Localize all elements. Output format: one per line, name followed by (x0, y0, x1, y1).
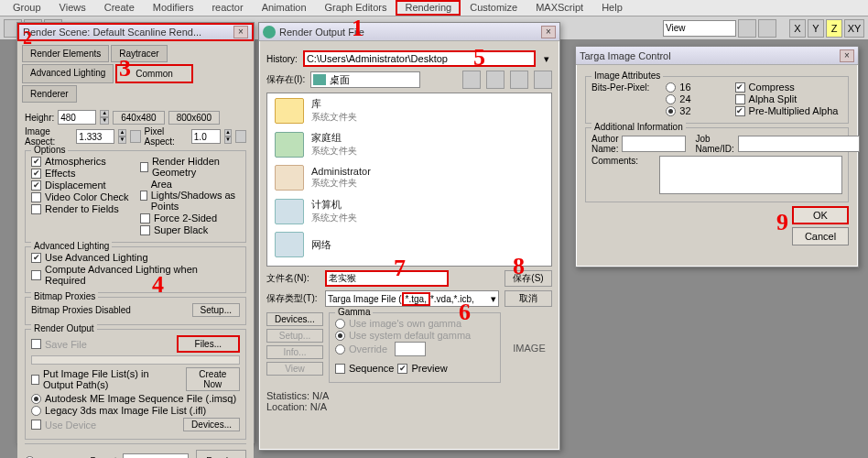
axis-y[interactable]: Y (808, 19, 824, 38)
menu-rendering[interactable]: Rendering (396, 0, 461, 16)
atmospherics-checkbox[interactable]: Atmospherics (31, 156, 131, 167)
tab-renderer[interactable]: Renderer (22, 85, 77, 103)
advanced-lighting-group: Advanced Lighting Use Advanced Lighting … (25, 246, 246, 293)
job-name-input[interactable] (738, 136, 860, 152)
render-hidden-checkbox[interactable]: Render Hidden Geometry (140, 156, 240, 178)
menu-create[interactable]: Create (95, 0, 144, 16)
render-button[interactable]: Render (196, 450, 246, 458)
image-aspect-label: Image Aspect: (25, 126, 72, 147)
close-icon[interactable]: × (233, 26, 248, 38)
folder-homegroup[interactable]: 家庭组系统文件夹 (267, 127, 551, 161)
render-to-fields-checkbox[interactable]: Render to Fields (31, 203, 131, 214)
nav-new-folder-icon[interactable] (510, 71, 528, 89)
render-file-titlebar[interactable]: Render Output File × (259, 23, 559, 41)
pre-mult-alpha-checkbox[interactable]: Pre-Multiplied Alpha (735, 105, 839, 116)
res-640x480-button[interactable]: 640x480 (113, 111, 164, 125)
force-2sided-checkbox[interactable]: Force 2-Sided (140, 213, 240, 224)
bpp-24-radio[interactable]: 24 (666, 93, 690, 104)
ok-button[interactable]: OK (792, 206, 849, 224)
lock-icon[interactable] (130, 130, 141, 143)
folder-computer[interactable]: 计算机系统文件夹 (267, 194, 551, 228)
height-spinner[interactable]: ▲▼ (100, 110, 109, 125)
image-aspect-spinner[interactable]: ▲▼ (118, 129, 125, 144)
menu-views[interactable]: Views (50, 0, 95, 16)
res-800x600-button[interactable]: 800x600 (168, 111, 220, 125)
pixel-aspect-spinner[interactable]: ▲▼ (224, 129, 232, 144)
cancel-button[interactable]: 取消 (505, 290, 552, 307)
tab-adv-lighting[interactable]: Advanced Lighting (22, 64, 114, 83)
comments-input[interactable] (659, 156, 842, 194)
menu-modifiers[interactable]: Modifiers (144, 0, 203, 16)
axis-x[interactable]: X (789, 19, 806, 38)
savein-dropdown[interactable]: 桌面 (310, 71, 420, 88)
effects-checkbox[interactable]: Effects (31, 168, 131, 179)
tab-raytracer[interactable]: Raytracer (111, 45, 167, 62)
folder-libraries[interactable]: 库系统文件夹 (267, 93, 551, 127)
preset-dropdown[interactable]: -------------- (123, 453, 189, 459)
filename-input[interactable] (325, 270, 449, 287)
use-adv-lighting-checkbox[interactable]: Use Advanced Lighting (31, 252, 240, 263)
devices-button[interactable]: Devices... (183, 418, 240, 431)
author-name-input[interactable] (622, 136, 686, 152)
menu-reactor[interactable]: reactor (202, 0, 252, 16)
compress-checkbox[interactable]: Compress (735, 82, 839, 93)
close-icon[interactable]: × (541, 26, 556, 38)
menu-group[interactable]: Group (4, 0, 50, 16)
menu-maxscript[interactable]: MAXScript (526, 0, 592, 16)
axis-z[interactable]: Z (826, 19, 842, 38)
gamma-system-radio: Use system default gamma (335, 330, 494, 341)
alpha-split-checkbox[interactable]: Alpha Split (735, 93, 839, 104)
chevron-down-icon[interactable]: ▾ (541, 53, 552, 65)
menu-customize[interactable]: Customize (461, 0, 526, 16)
bpp-16-radio[interactable]: 16 (666, 82, 690, 93)
use-device-checkbox[interactable]: Use Device (31, 420, 96, 431)
video-color-check-checkbox[interactable]: Video Color Check (31, 191, 131, 202)
image-attributes-group: Image Attributes Bits-Per-Pixel: 16 24 3… (585, 76, 849, 124)
autodesk-me-radio[interactable]: Autodesk ME Image Sequence File (.imsq) (31, 393, 240, 404)
files-button[interactable]: Files... (177, 335, 240, 353)
create-now-button[interactable]: Create Now (186, 367, 240, 391)
menu-help[interactable]: Help (592, 0, 632, 16)
legacy-ifl-radio[interactable]: Legacy 3ds max Image File List (.ifl) (31, 405, 240, 416)
render-scene-titlebar[interactable]: Render Scene: Default Scanline Rend... × (17, 23, 254, 41)
nav-view-icon[interactable] (534, 71, 552, 89)
targa-titlebar[interactable]: Targa Image Control × (576, 47, 858, 65)
cancel-button[interactable]: Cancel (792, 227, 849, 245)
lock-icon[interactable] (235, 130, 246, 143)
displacement-checkbox[interactable]: Displacement (31, 180, 131, 191)
devices-button[interactable]: Devices... (266, 312, 323, 326)
pixel-aspect-input[interactable] (191, 129, 221, 144)
filetype-dropdown[interactable]: Targa Image File (*.tga,*.vda,*.icb,▾ (325, 290, 499, 307)
view-dropdown[interactable]: View (663, 20, 736, 37)
app-icon (263, 26, 276, 38)
nav-back-icon[interactable] (462, 71, 481, 89)
super-black-checkbox[interactable]: Super Black (140, 224, 240, 235)
preview-checkbox[interactable]: Preview (397, 363, 447, 374)
axis-xy[interactable]: XY (844, 19, 864, 38)
nav-up-icon[interactable] (486, 71, 505, 89)
save-button[interactable]: 保存(S) (505, 270, 552, 287)
sequence-checkbox[interactable]: Sequence (335, 363, 395, 374)
bpp-32-radio[interactable]: 32 (666, 105, 690, 116)
area-lights-checkbox[interactable]: Area Lights/Shadows as Points (140, 179, 240, 212)
statistics-text: Statistics: N/A (266, 390, 552, 401)
height-input[interactable] (58, 110, 96, 125)
setup-button[interactable]: Setup... (192, 303, 240, 317)
put-ifl-checkbox[interactable]: Put Image File List(s) in Output Path(s) (31, 368, 179, 390)
folder-network[interactable]: 网络 (267, 228, 551, 261)
save-file-checkbox[interactable]: Save File (31, 339, 87, 350)
location-text: Location: N/A (266, 401, 552, 412)
savein-label: 保存在(I): (266, 73, 305, 86)
folder-administrator[interactable]: Administrator系统文件夹 (267, 161, 551, 194)
history-dropdown[interactable]: C:\Users\Administrator\Desktop (303, 50, 536, 67)
tab-common[interactable]: Common (115, 64, 193, 83)
compute-adv-lighting-checkbox[interactable]: Compute Advanced Lighting when Required (31, 264, 240, 286)
tool-icon[interactable] (738, 19, 756, 38)
menu-graph-editors[interactable]: Graph Editors (316, 0, 396, 16)
menu-animation[interactable]: Animation (253, 0, 316, 16)
tool-icon[interactable] (758, 19, 776, 38)
tab-render-elements[interactable]: Render Elements (22, 45, 109, 62)
image-aspect-input[interactable] (76, 129, 114, 144)
folder-list[interactable]: 库系统文件夹 家庭组系统文件夹 Administrator系统文件夹 计算机系统… (266, 93, 552, 267)
close-icon[interactable]: × (840, 49, 854, 62)
